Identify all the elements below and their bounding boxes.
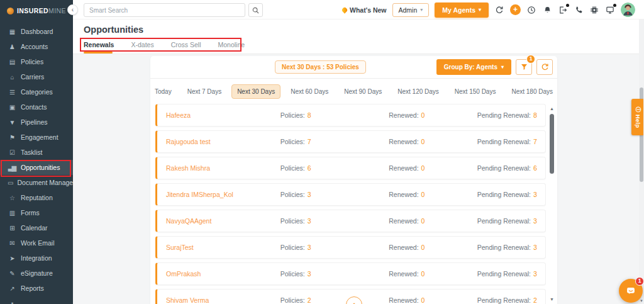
policies-count: 8 [308, 111, 311, 119]
pipelines-icon: ▼ [8, 119, 16, 126]
user-avatar[interactable] [621, 3, 635, 17]
renewed-count: 0 [421, 244, 425, 251]
search-button[interactable] [248, 3, 263, 17]
sidebar-item-policies[interactable]: ▤Policies [0, 54, 73, 69]
sidebar-item-engagement[interactable]: ⚑Engagement [0, 130, 73, 145]
renewed-label: Renewed: [389, 270, 418, 278]
agent-row[interactable]: Rakesh Mishra Policies:6 Renewed:0 Pendi… [155, 157, 546, 179]
filter-next-30-days[interactable]: Next 30 Days [231, 84, 280, 99]
tab-x-dates[interactable]: X-dates [131, 41, 153, 48]
pending-renewal-label: Pending Renewal: [477, 191, 531, 198]
sidebar-item-carriers[interactable]: ⌂Carriers [0, 69, 73, 84]
brand-logo[interactable]: INSUREDMINE [0, 0, 73, 14]
smart-search-input[interactable] [84, 3, 245, 17]
sidebar-item-reputation[interactable]: ☆Reputation [0, 190, 73, 205]
agent-name-link[interactable]: SurajTest [166, 244, 255, 251]
sidebar-item-label: Reputation [21, 194, 53, 201]
active-tab-underline [84, 52, 113, 53]
sidebar-item-categories[interactable]: ☰Categories [0, 84, 73, 99]
renewed-count: 0 [421, 217, 425, 225]
sidebar-nav: ▦Dashboard ♟Accounts ▤Policies ⌂Carriers… [0, 24, 73, 304]
sidebar-item-opportunities[interactable]: ▃▆Opportunities [0, 160, 73, 175]
agent-name-link[interactable]: Rajugouda test [166, 138, 255, 145]
renewed-count: 0 [421, 138, 425, 145]
agent-name-link[interactable]: Hafeeza [166, 111, 255, 119]
pending-renewal-count: 3 [533, 244, 537, 251]
sync-icon[interactable] [494, 5, 504, 15]
filter-icon [520, 63, 528, 71]
help-tab[interactable]: ⓘHelp [631, 99, 643, 135]
add-button[interactable]: + [510, 4, 521, 15]
refresh-button[interactable] [536, 59, 553, 75]
policies-label: Policies: [280, 244, 305, 251]
export-icon[interactable] [558, 5, 568, 15]
phone-icon[interactable] [574, 5, 584, 15]
page-scrollbar-down-arrow[interactable]: ▼ [639, 299, 644, 303]
my-agents-button[interactable]: My Agents▾ [435, 3, 489, 18]
clock-icon[interactable] [526, 5, 536, 15]
insuredmine-logo-icon [7, 8, 14, 14]
agent-row[interactable]: SurajTest Policies:3 Renewed:0 Pending R… [155, 236, 546, 259]
pending-renewal-label: Pending Renewal: [477, 244, 531, 251]
summary-chip[interactable]: Next 30 Days : 53 Policies [275, 60, 366, 74]
filter-next-180-days[interactable]: Next 180 Days [506, 84, 558, 99]
tab-monoline[interactable]: Monoline [218, 41, 245, 48]
group-by-dropdown[interactable]: Group By: Agents▾ [436, 59, 511, 75]
sidebar-item-dashboard[interactable]: ▦Dashboard [0, 24, 73, 39]
notification-dot [613, 4, 616, 7]
sidebar-item-tasklist[interactable]: ☑Tasklist [0, 145, 73, 160]
sidebar-item-reports[interactable]: ↗Reports [0, 281, 73, 296]
agent-row[interactable]: NavyaQAAgent Policies:3 Renewed:0 Pendin… [155, 210, 546, 232]
sidebar-item-calendar[interactable]: ⊞Calendar [0, 220, 73, 235]
notifications-bell-icon[interactable] [542, 5, 552, 15]
whats-new-link[interactable]: What's New [342, 6, 387, 14]
forms-icon: ▥ [8, 210, 16, 217]
panel-actions: Group By: Agents▾ 1 [436, 59, 553, 75]
filter-button[interactable]: 1 [516, 59, 532, 75]
sidebar-item-esignature[interactable]: ✎eSignature [0, 266, 73, 281]
chat-button[interactable]: 1 [619, 279, 643, 303]
agent-row[interactable]: Rajugouda test Policies:7 Renewed:0 Pend… [155, 130, 546, 153]
agent-name-link[interactable]: NavyaQAAgent [166, 217, 255, 225]
sidebar-item-contacts[interactable]: ▣Contacts [0, 99, 73, 115]
agent-name-link[interactable]: OmPrakash [166, 270, 255, 278]
agent-name-link[interactable]: Rakesh Mishra [166, 164, 255, 172]
reputation-icon: ☆ [8, 194, 16, 201]
scrollbar-down-arrow[interactable]: ▼ [548, 297, 555, 301]
list-scrollbar[interactable]: ▲ ▼ [548, 106, 555, 301]
sidebar-item-pipelines[interactable]: ▼Pipelines [0, 115, 73, 130]
sidebar-item-forms[interactable]: ▥Forms [0, 205, 73, 220]
sidebar-item-partial[interactable]: ▪ [0, 296, 73, 304]
filter-next-150-days[interactable]: Next 150 Days [449, 84, 502, 99]
agent-row[interactable]: Hafeeza Policies:8 Renewed:0 Pending Ren… [155, 104, 546, 127]
agent-name-link[interactable]: Shivam Verma [166, 296, 255, 304]
admin-dropdown[interactable]: Admin▾ [392, 3, 430, 17]
chip-icon[interactable] [589, 5, 599, 15]
tab-cross-sell[interactable]: Cross Sell [171, 41, 201, 48]
scrollbar-up-arrow[interactable]: ▲ [548, 106, 555, 111]
renewed-count: 0 [421, 270, 425, 278]
monitor-icon[interactable] [605, 5, 615, 15]
filter-badge: 1 [526, 55, 535, 64]
agent-row[interactable]: Jitendra IMSherpa_Kol Policies:3 Renewed… [155, 183, 546, 206]
page-scrollbar[interactable]: ▼ [639, 20, 644, 304]
policies-count: 7 [308, 138, 311, 145]
sidebar-collapse-button[interactable]: ‹ [67, 4, 78, 15]
carriers-icon: ⌂ [8, 74, 16, 81]
document-manager-icon: ▭ [8, 179, 12, 186]
scrollbar-thumb[interactable] [550, 114, 554, 174]
filter-next-90-days[interactable]: Next 90 Days [338, 84, 387, 99]
agent-row[interactable]: OmPrakash Policies:3 Renewed:0 Pending R… [155, 262, 546, 285]
agent-name-link[interactable]: Jitendra IMSherpa_Kol [166, 191, 255, 198]
sidebar-item-document-manager[interactable]: ▭Document Manager [0, 175, 73, 190]
pending-renewal-count: 8 [533, 111, 537, 119]
sidebar-item-label: Contacts [21, 103, 47, 111]
sidebar-item-work-email[interactable]: ✉Work Email [0, 235, 73, 251]
filter-today[interactable]: Today [149, 84, 177, 99]
filter-next-60-days[interactable]: Next 60 Days [285, 84, 334, 99]
sidebar-item-accounts[interactable]: ♟Accounts [0, 39, 73, 54]
filter-next-120-days[interactable]: Next 120 Days [392, 84, 445, 99]
tab-renewals[interactable]: Renewals [84, 41, 114, 48]
sidebar-item-integration[interactable]: ➤Integration [0, 251, 73, 266]
filter-next-7-days[interactable]: Next 7 Days [182, 84, 227, 99]
